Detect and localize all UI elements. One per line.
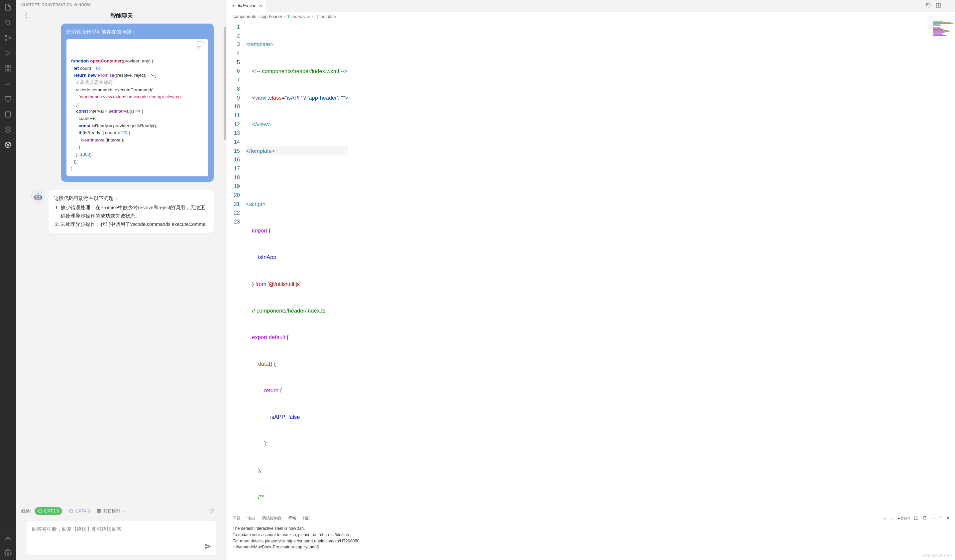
code-block: function openContainer(provider: any) { … [66, 39, 208, 176]
svg-point-1 [5, 35, 7, 37]
chat-input-box [27, 521, 216, 555]
send-button[interactable] [204, 543, 212, 551]
chat-body[interactable]: 说明这段代码可能存在的问题： function openContainer(pr… [16, 23, 227, 506]
tab-filename: index.vue [238, 3, 257, 8]
terminal-shell-label[interactable]: ▸ bash [898, 516, 910, 521]
layers-icon[interactable] [4, 125, 12, 133]
vue-file-icon: ▼ [286, 14, 291, 19]
svg-point-14 [69, 509, 73, 513]
back-button[interactable]: 〈 [21, 11, 28, 20]
breadcrumb[interactable]: components› app-header› ▼index.vue› { }t… [227, 12, 955, 21]
chat-header: 〈 智能聊天 [16, 9, 227, 23]
model-gpt40-pill[interactable]: GPT4.0 [66, 507, 93, 515]
svg-point-3 [9, 37, 11, 39]
bot-message-row: 🤖 这段代码可能存在以下问题： 缺少错误处理：在Promise中缺少对resol… [31, 190, 214, 233]
settings-gear-icon[interactable] [4, 549, 12, 557]
split-editor-icon[interactable] [936, 3, 941, 9]
svg-rect-16 [99, 509, 101, 510]
bot-intro: 这段代码可能存在以下问题： [54, 194, 208, 203]
editor-tab[interactable]: ▼ index.vue ✕ [227, 0, 267, 12]
terminal-output[interactable]: The default interactive shell is now zsh… [227, 524, 955, 560]
split-terminal-icon[interactable] [914, 516, 919, 522]
scrollbar[interactable] [223, 23, 227, 506]
model-selector-row: 线路: GPT3.5 GPT4.0 其它模型 ⌄ [16, 506, 227, 517]
files-icon[interactable] [4, 3, 12, 11]
model-gpt35-pill[interactable]: GPT3.5 [34, 507, 63, 515]
bot-issue-2: 未处理异步操作：代码中调用了vscode.commands.executeCom… [61, 220, 208, 228]
other-models-button[interactable]: 其它模型 ⌄ [97, 508, 125, 514]
chatgpt-icon[interactable] [4, 141, 12, 149]
search-icon[interactable] [4, 19, 12, 27]
svg-point-12 [7, 552, 9, 554]
chevron-down-icon: ⌄ [122, 508, 125, 513]
user-message-bubble: 说明这段代码可能存在的问题： function openContainer(pr… [61, 23, 214, 182]
bot-message-bubble: 这段代码可能存在以下问题： 缺少错误处理：在Promise中缺少对resolve… [49, 190, 214, 233]
code-lines: <template> <!-- components/header/index.… [246, 21, 348, 513]
panel-title: CHATGPT: CONVERSATION WINDOW [16, 0, 227, 9]
tab-close-button[interactable]: ✕ [259, 3, 263, 8]
extensions-icon[interactable] [4, 64, 12, 72]
database-icon[interactable] [4, 110, 12, 118]
svg-rect-5 [9, 66, 11, 68]
line-gutter: 1234567891011121314151617181920212223 [227, 21, 246, 513]
account-icon[interactable] [4, 533, 12, 541]
watermark: @稀土掘金技术社区 [923, 553, 953, 558]
remote-icon[interactable] [4, 95, 12, 103]
bot-issue-1: 缺少错误处理：在Promise中缺少对resolve和reject的调用，无法正… [61, 203, 208, 220]
svg-point-13 [38, 509, 42, 513]
close-panel-icon[interactable]: ✕ [946, 516, 950, 521]
go-back-icon[interactable] [926, 3, 931, 9]
editor-area: ▼ index.vue ✕ ⋯ components› app-header› … [227, 0, 955, 560]
route-label: 线路: [21, 508, 31, 514]
chevron-down-icon[interactable]: ⌄ [891, 516, 894, 521]
svg-point-2 [5, 39, 7, 41]
chat-footer [16, 517, 227, 560]
more-actions-icon[interactable]: ⋯ [946, 3, 951, 9]
tab-bar: ▼ index.vue ✕ ⋯ [227, 0, 955, 12]
minimap[interactable] [932, 21, 955, 88]
graph-icon[interactable] [4, 80, 12, 88]
vue-file-icon: ▼ [231, 3, 236, 8]
svg-rect-17 [97, 512, 99, 513]
source-control-icon[interactable] [4, 34, 12, 42]
copy-code-button[interactable] [198, 42, 205, 49]
svg-rect-7 [9, 69, 11, 71]
svg-point-11 [7, 535, 9, 537]
tab-actions: ⋯ [926, 0, 955, 12]
chat-input[interactable] [27, 521, 216, 554]
tab-debug-console[interactable]: 调试控制台 [262, 516, 282, 522]
svg-point-0 [6, 20, 10, 25]
symbol-icon: { } [314, 14, 318, 19]
tab-terminal[interactable]: 终端 [288, 515, 296, 522]
svg-rect-8 [5, 97, 11, 100]
chat-panel: CHATGPT: CONVERSATION WINDOW 〈 智能聊天 说明这段… [16, 0, 227, 560]
code-editor[interactable]: 1234567891011121314151617181920212223 <t… [227, 21, 955, 513]
tab-output[interactable]: 输出 [247, 516, 255, 522]
terminal-tabs: 问题 输出 调试控制台 终端 端口 ＋ ⌄ ▸ bash ⋯ ⌃ ✕ [227, 513, 955, 524]
svg-rect-15 [97, 509, 99, 510]
svg-rect-6 [5, 69, 7, 71]
activity-bar [0, 0, 16, 560]
bot-avatar-icon: 🤖 [31, 190, 44, 203]
maximize-panel-icon[interactable]: ⌃ [939, 516, 942, 521]
chat-title: 智能聊天 [28, 12, 215, 20]
tab-problems[interactable]: 问题 [233, 516, 241, 522]
terminal-panel: 问题 输出 调试控制台 终端 端口 ＋ ⌄ ▸ bash ⋯ ⌃ ✕ The d… [227, 513, 955, 560]
clear-chat-button[interactable] [209, 507, 215, 515]
svg-rect-18 [99, 512, 101, 513]
new-terminal-icon[interactable]: ＋ [883, 516, 887, 522]
more-icon[interactable]: ⋯ [931, 516, 935, 521]
svg-rect-4 [5, 66, 7, 68]
run-debug-icon[interactable] [4, 49, 12, 57]
user-prompt: 说明这段代码可能存在的问题： [66, 29, 208, 35]
kill-terminal-icon[interactable] [922, 516, 927, 522]
tab-ports[interactable]: 端口 [303, 516, 311, 522]
svg-point-9 [6, 111, 11, 113]
